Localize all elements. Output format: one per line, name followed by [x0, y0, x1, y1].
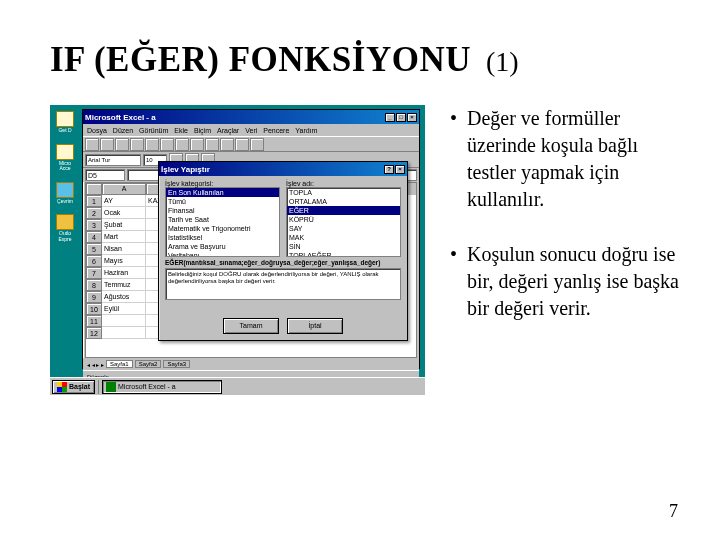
- toolbar-button[interactable]: [130, 138, 144, 151]
- cell[interactable]: Eylül: [102, 303, 146, 315]
- toolbar-button[interactable]: [190, 138, 204, 151]
- row-header[interactable]: 11: [86, 315, 102, 327]
- cell[interactable]: Haziran: [102, 267, 146, 279]
- start-button[interactable]: Başlat: [52, 380, 95, 394]
- menu-item[interactable]: Düzen: [113, 127, 133, 134]
- row-header[interactable]: 8: [86, 279, 102, 291]
- list-item[interactable]: Veritabanı: [166, 251, 279, 257]
- function-listbox[interactable]: TOPLAORTALAMAEĞERKÖPRÜSAYMAKSİNTOPLAEĞER…: [286, 187, 401, 257]
- list-item[interactable]: KÖPRÜ: [287, 215, 400, 224]
- sheet-tab[interactable]: Sayfa1: [106, 360, 133, 368]
- row-header[interactable]: 9: [86, 291, 102, 303]
- minimize-icon[interactable]: _: [385, 113, 395, 122]
- name-box[interactable]: D5: [85, 169, 125, 181]
- cell[interactable]: [102, 327, 146, 339]
- list-item[interactable]: En Son Kullanılan: [166, 188, 279, 197]
- list-item[interactable]: TOPLAEĞER: [287, 251, 400, 257]
- toolbar-button[interactable]: [220, 138, 234, 151]
- embedded-screenshot: Get D MicroAcce Çevrim OutloExpre Micros…: [50, 105, 425, 395]
- page-number: 7: [669, 501, 678, 522]
- menu-item[interactable]: Araçlar: [217, 127, 239, 134]
- cell[interactable]: AY: [102, 195, 146, 207]
- list-item[interactable]: Matematik ve Trigonometri: [166, 224, 279, 233]
- category-listbox[interactable]: En Son KullanılanTümüFinansalTarih ve Sa…: [165, 187, 280, 257]
- list-item[interactable]: EĞER: [287, 206, 400, 215]
- row-header[interactable]: 1: [86, 195, 102, 207]
- list-item[interactable]: Finansal: [166, 206, 279, 215]
- dialog-titlebar[interactable]: İşlev Yapıştır ? ×: [159, 162, 407, 176]
- cell[interactable]: Ağustos: [102, 291, 146, 303]
- toolbar-button[interactable]: [235, 138, 249, 151]
- close-icon[interactable]: ×: [395, 165, 405, 174]
- list-item[interactable]: MAK: [287, 233, 400, 242]
- slide-title-row: IF (EĞER) FONKSİYONU (1): [50, 40, 680, 80]
- row-header[interactable]: 4: [86, 231, 102, 243]
- menu-item[interactable]: Veri: [245, 127, 257, 134]
- sheet-tab[interactable]: Sayfa3: [163, 360, 190, 368]
- sheet-tab[interactable]: Sayfa2: [135, 360, 162, 368]
- bullet-list: Değer ve formüller üzerinde koşula bağlı…: [450, 105, 680, 395]
- menu-item[interactable]: Yardım: [295, 127, 317, 134]
- toolbar-button[interactable]: [175, 138, 189, 151]
- cell[interactable]: Şubat: [102, 219, 146, 231]
- list-item[interactable]: Arama ve Başvuru: [166, 242, 279, 251]
- toolbar-button[interactable]: [115, 138, 129, 151]
- desktop-icon[interactable]: Get D: [54, 111, 76, 134]
- menu-item[interactable]: Dosya: [87, 127, 107, 134]
- ok-button[interactable]: Tamam: [223, 318, 279, 334]
- toolbar-button[interactable]: [145, 138, 159, 151]
- cell[interactable]: Temmuz: [102, 279, 146, 291]
- row-header[interactable]: 12: [86, 327, 102, 339]
- taskbar-task[interactable]: Microsoft Excel - a: [102, 380, 222, 394]
- list-item[interactable]: TOPLA: [287, 188, 400, 197]
- close-icon[interactable]: ×: [407, 113, 417, 122]
- list-item[interactable]: ORTALAMA: [287, 197, 400, 206]
- toolbar-button[interactable]: [205, 138, 219, 151]
- row-header[interactable]: 5: [86, 243, 102, 255]
- dialog-title: İşlev Yapıştır: [161, 165, 210, 174]
- help-icon[interactable]: ?: [384, 165, 394, 174]
- cell[interactable]: Mart: [102, 231, 146, 243]
- select-all[interactable]: [86, 183, 102, 195]
- menu-item[interactable]: Pencere: [263, 127, 289, 134]
- list-item[interactable]: İstatistiksel: [166, 233, 279, 242]
- list-item[interactable]: SAY: [287, 224, 400, 233]
- toolbar-button[interactable]: [160, 138, 174, 151]
- list-item[interactable]: SİN: [287, 242, 400, 251]
- excel-titlebar[interactable]: Microsoft Excel - a _ □ ×: [83, 110, 419, 124]
- desktop-icon[interactable]: MicroAcce: [54, 144, 76, 172]
- row-header[interactable]: 10: [86, 303, 102, 315]
- excel-toolbar: [83, 136, 419, 152]
- category-label: İşlev kategorisi:: [165, 180, 280, 187]
- desktop-icon[interactable]: OutloExpre: [54, 214, 76, 242]
- font-combo[interactable]: Arial Tur: [85, 154, 141, 166]
- desktop-icons: Get D MicroAcce Çevrim OutloExpre: [54, 111, 76, 242]
- menu-item[interactable]: Ekle: [174, 127, 188, 134]
- description-box: Belirlediğiniz koşul DOĞRU olarak değerl…: [165, 268, 401, 300]
- toolbar-button[interactable]: [250, 138, 264, 151]
- list-item[interactable]: Tarih ve Saat: [166, 215, 279, 224]
- cancel-button[interactable]: İptal: [287, 318, 343, 334]
- row-header[interactable]: 6: [86, 255, 102, 267]
- col-header[interactable]: A: [102, 183, 146, 195]
- cell[interactable]: Nisan: [102, 243, 146, 255]
- excel-title: Microsoft Excel - a: [85, 113, 156, 122]
- toolbar-button[interactable]: [85, 138, 99, 151]
- menu-item[interactable]: Görünüm: [139, 127, 168, 134]
- cell[interactable]: [102, 315, 146, 327]
- maximize-icon[interactable]: □: [396, 113, 406, 122]
- bullet-text: Koşulun sonucu doğru ise bir, değeri yan…: [467, 241, 680, 322]
- desktop-icon[interactable]: Çevrim: [54, 182, 76, 205]
- cell[interactable]: Ocak: [102, 207, 146, 219]
- function-label: İşlev adı:: [286, 180, 401, 187]
- list-item[interactable]: Tümü: [166, 197, 279, 206]
- row-header[interactable]: 7: [86, 267, 102, 279]
- windows-icon: [57, 382, 67, 392]
- sheet-tabs: ◂ ◂ ▸ ▸ Sayfa1 Sayfa2 Sayfa3: [83, 358, 419, 370]
- row-header[interactable]: 2: [86, 207, 102, 219]
- row-header[interactable]: 3: [86, 219, 102, 231]
- toolbar-button[interactable]: [100, 138, 114, 151]
- menu-item[interactable]: Biçim: [194, 127, 211, 134]
- cell[interactable]: Mayıs: [102, 255, 146, 267]
- taskbar: Başlat Microsoft Excel - a: [50, 377, 425, 395]
